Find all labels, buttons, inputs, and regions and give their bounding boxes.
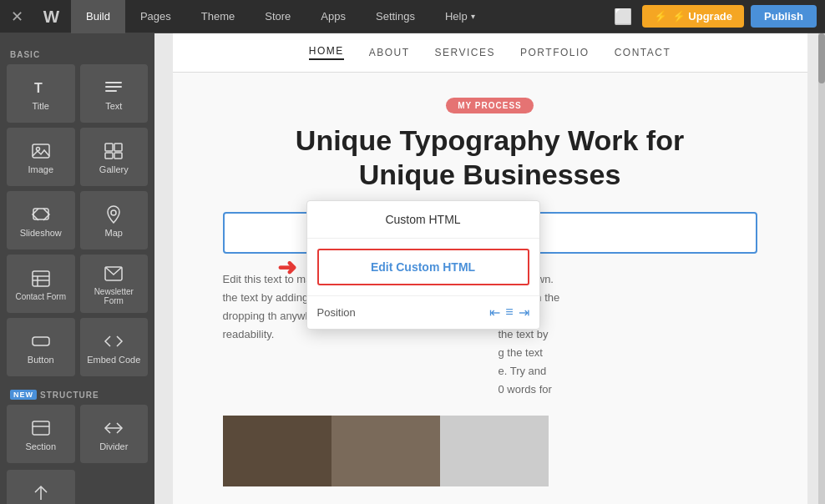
svg-rect-4 bbox=[105, 90, 117, 92]
nav-apps[interactable]: Apps bbox=[306, 0, 361, 33]
device-toggle-button[interactable]: ⬜ bbox=[610, 4, 635, 29]
popup-title: Custom HTML bbox=[307, 201, 539, 239]
preview-nav-portfolio[interactable]: PORTFOLIO bbox=[520, 47, 590, 58]
badge-pill: MY PROCESS bbox=[446, 98, 534, 113]
preview-nav-services[interactable]: SERVICES bbox=[435, 47, 495, 58]
image-1 bbox=[223, 416, 332, 486]
nav-theme[interactable]: Theme bbox=[186, 0, 250, 33]
canvas-area: HOME ABOUT SERVICES PORTFOLIO CONTACT MY… bbox=[154, 33, 825, 504]
svg-rect-2 bbox=[105, 82, 122, 83]
preview-nav-contact[interactable]: CONTACT bbox=[615, 47, 671, 58]
nav-help[interactable]: Help ▾ bbox=[430, 0, 490, 33]
svg-rect-8 bbox=[114, 144, 122, 151]
edit-custom-html-button[interactable]: Edit Custom HTML bbox=[317, 249, 529, 285]
spacer-grid: Spacer bbox=[7, 470, 148, 504]
svg-rect-18 bbox=[33, 337, 49, 345]
chevron-down-icon: ▾ bbox=[471, 12, 475, 21]
svg-rect-5 bbox=[33, 144, 49, 158]
custom-html-popup: Custom HTML ➜ Edit Custom HTML Position bbox=[306, 200, 540, 330]
sidebar-item-newsletter[interactable]: Newsletter Form bbox=[80, 255, 149, 313]
nav-pages[interactable]: Pages bbox=[125, 0, 186, 33]
nav-items: Build Pages Theme Store Apps Settings He… bbox=[71, 0, 610, 33]
lightning-icon: ⚡ bbox=[654, 10, 667, 23]
sidebar-item-button[interactable]: Button bbox=[7, 318, 75, 376]
preview-nav: HOME ABOUT SERVICES PORTFOLIO CONTACT bbox=[173, 33, 807, 73]
svg-point-6 bbox=[36, 148, 39, 151]
svg-rect-13 bbox=[33, 271, 49, 286]
image-2 bbox=[332, 416, 440, 486]
sidebar-item-image[interactable]: Image bbox=[7, 128, 75, 186]
arrow-right-icon: ➜ bbox=[277, 255, 296, 280]
sidebar-item-section[interactable]: Section bbox=[7, 405, 75, 463]
nav-settings[interactable]: Settings bbox=[361, 0, 430, 33]
images-strip bbox=[223, 416, 757, 486]
position-icons: ⇤ ≡ ⇥ bbox=[489, 305, 529, 320]
basic-grid: T Title Text Image Gallery Slideshow bbox=[7, 64, 148, 376]
sidebar-item-map[interactable]: Map bbox=[80, 191, 149, 249]
svg-text:T: T bbox=[34, 81, 43, 95]
svg-point-12 bbox=[111, 210, 116, 215]
svg-text:W: W bbox=[43, 7, 59, 26]
preview-nav-about[interactable]: ABOUT bbox=[369, 47, 410, 58]
svg-rect-3 bbox=[105, 86, 122, 88]
close-button[interactable]: ✕ bbox=[0, 0, 33, 33]
arrow-container: ➜ bbox=[277, 254, 296, 281]
sidebar-item-title[interactable]: T Title bbox=[7, 64, 75, 123]
image-3 bbox=[440, 416, 549, 486]
svg-rect-10 bbox=[114, 153, 122, 159]
website-preview: HOME ABOUT SERVICES PORTFOLIO CONTACT MY… bbox=[173, 33, 807, 504]
sidebar: BASIC T Title Text Image Gallery Slidesh… bbox=[0, 33, 154, 504]
top-nav: ✕ W Build Pages Theme Store Apps Setting… bbox=[0, 0, 825, 33]
position-label: Position bbox=[317, 306, 482, 319]
sidebar-item-embed-code[interactable]: Embed Code bbox=[80, 318, 149, 376]
popup-position-row: Position ⇤ ≡ ⇥ bbox=[307, 295, 539, 329]
publish-button[interactable]: Publish bbox=[751, 5, 817, 28]
structure-grid: Section Divider bbox=[7, 405, 148, 463]
popup-btn-container: ➜ Edit Custom HTML bbox=[307, 239, 539, 295]
nav-store[interactable]: Store bbox=[250, 0, 306, 33]
align-left-icon[interactable]: ⇤ bbox=[489, 305, 500, 320]
upgrade-button[interactable]: ⚡ ⚡ Upgrade bbox=[642, 5, 744, 28]
logo: W bbox=[33, 0, 71, 33]
preview-heading: Unique Typography Work forUnique Busines… bbox=[223, 123, 757, 192]
sidebar-item-gallery[interactable]: Gallery bbox=[80, 128, 149, 186]
preview-content: MY PROCESS Unique Typography Work forUni… bbox=[173, 73, 807, 504]
main-layout: BASIC T Title Text Image Gallery Slidesh… bbox=[0, 33, 825, 504]
svg-rect-7 bbox=[105, 144, 113, 151]
sidebar-item-slideshow[interactable]: Slideshow bbox=[7, 191, 75, 249]
scrollbar-thumb[interactable] bbox=[818, 33, 825, 83]
svg-rect-19 bbox=[33, 421, 49, 435]
sidebar-item-text[interactable]: Text bbox=[80, 64, 149, 123]
scrollbar-track[interactable] bbox=[818, 33, 825, 504]
sidebar-section-structure: NEW STRUCTURE bbox=[7, 383, 148, 405]
preview-nav-home[interactable]: HOME bbox=[309, 45, 344, 60]
svg-rect-9 bbox=[105, 153, 113, 159]
sidebar-item-divider[interactable]: Divider bbox=[80, 405, 149, 463]
sidebar-item-spacer[interactable]: Spacer bbox=[7, 470, 75, 504]
new-badge: NEW bbox=[10, 390, 37, 400]
align-center-icon[interactable]: ≡ bbox=[505, 305, 513, 320]
align-right-icon[interactable]: ⇥ bbox=[519, 305, 529, 320]
nav-right: ⬜ ⚡ ⚡ Upgrade Publish bbox=[610, 4, 825, 29]
sidebar-section-basic: BASIC bbox=[7, 43, 148, 64]
sidebar-item-contact-form[interactable]: Contact Form bbox=[7, 255, 75, 313]
badge-container: MY PROCESS bbox=[223, 98, 757, 123]
nav-build[interactable]: Build bbox=[71, 0, 125, 33]
